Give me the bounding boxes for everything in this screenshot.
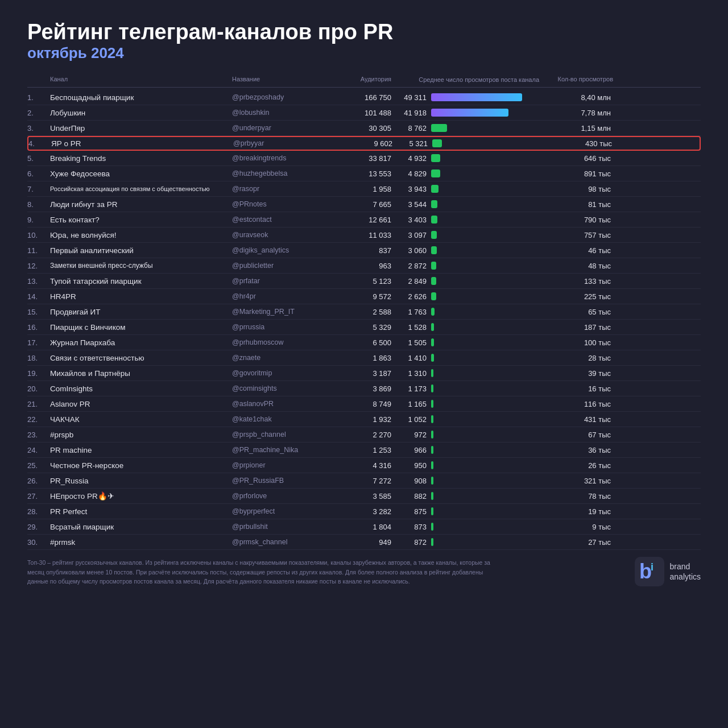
row-audience: 6 500	[334, 338, 391, 347]
row-audience: 7 272	[334, 477, 391, 485]
main-container: Рейтинг телеграм-каналов про PR октябрь …	[0, 0, 728, 602]
row-handle: @PR_RussiaFB	[232, 477, 334, 485]
row-handle: @PRnotes	[232, 200, 334, 208]
bar	[431, 507, 433, 515]
table-row: 11. Первый аналитический @digiks_analyti…	[27, 243, 701, 258]
row-avg-wrap: 2 626	[391, 292, 539, 301]
row-avg-num: 4 829	[396, 169, 427, 178]
table-row: 20. ComInsights @cominsights 3 869 1 173…	[27, 381, 701, 396]
row-views: 46 тыс	[539, 246, 613, 255]
row-avg-wrap: 1 310	[391, 369, 539, 378]
row-avg-num: 966	[396, 446, 427, 454]
table-row: 28. PR Perfect @byprperfect 3 282 875 19…	[27, 504, 701, 519]
row-audience: 11 033	[334, 231, 391, 239]
footer-text: Топ-30 – рейтинг русскоязычных каналов. …	[27, 558, 494, 586]
bar	[431, 384, 433, 392]
row-audience: 13 553	[334, 169, 391, 178]
row-name: НЕпросто PR🔥✈	[50, 491, 232, 500]
row-audience: 949	[334, 538, 391, 547]
row-avg-num: 873	[396, 523, 427, 531]
row-handle: @breakingtrends	[232, 154, 334, 162]
row-num: 17.	[27, 338, 50, 347]
row-name: Есть контакт?	[50, 216, 232, 224]
row-audience: 8 749	[334, 400, 391, 408]
row-views: 16 тыс	[539, 384, 613, 393]
bar-wrap	[431, 230, 539, 239]
table-row: 15. Продвигай ИТ @Marketing_PR_IT 2 588 …	[27, 304, 701, 320]
row-avg-wrap: 1 165	[391, 399, 539, 408]
row-handle: @prfatar	[232, 277, 334, 285]
table-row: 2. Лобушкин @lobushkin 101 488 41 918 7,…	[27, 105, 701, 121]
row-views: 225 тыс	[539, 292, 613, 301]
bar-wrap	[431, 307, 539, 316]
table-row: 5. Breaking Trends @breakingtrends 33 81…	[27, 151, 701, 166]
bar	[431, 415, 433, 423]
row-handle: @aslanovPR	[232, 400, 334, 408]
bar	[431, 246, 437, 254]
row-avg-wrap: 4 932	[391, 154, 539, 163]
row-name: #prmsk	[50, 538, 232, 547]
row-views: 67 тыс	[539, 431, 613, 439]
bar-wrap	[432, 139, 540, 148]
table-row: 8. Люди гибнут за PR @PRnotes 7 665 3 54…	[27, 197, 701, 212]
row-views: 7,78 млн	[539, 109, 613, 117]
row-name: Лобушкин	[50, 109, 232, 117]
row-num: 28.	[27, 507, 50, 516]
bar	[432, 139, 442, 147]
bar-wrap	[431, 384, 539, 393]
row-avg-wrap: 908	[391, 476, 539, 485]
row-avg-num: 3 403	[396, 216, 427, 224]
row-handle: @underpyar	[232, 124, 334, 132]
row-num: 29.	[27, 523, 50, 531]
row-handle: @cominsights	[232, 384, 334, 392]
row-name: ЯР о PR	[51, 139, 233, 148]
col-avg: Среднее число просмотров поста канала	[391, 76, 539, 84]
bar-wrap	[431, 507, 539, 516]
row-name: Хуже Федосеева	[50, 169, 232, 178]
bar	[431, 200, 437, 208]
row-avg-wrap: 3 060	[391, 246, 539, 255]
bar-wrap	[431, 476, 539, 485]
row-handle: @govoritmip	[232, 369, 334, 377]
row-audience: 3 282	[334, 507, 391, 516]
row-views: 431 тыс	[539, 415, 613, 424]
row-views: 81 тыс	[539, 200, 613, 209]
row-num: 5.	[27, 154, 50, 163]
bar-wrap	[431, 169, 539, 178]
row-num: 15.	[27, 308, 50, 316]
row-audience: 837	[334, 246, 391, 255]
row-num: 12.	[27, 262, 50, 270]
row-name: Связи с ответственностью	[50, 354, 232, 362]
row-audience: 9 602	[336, 139, 392, 148]
table-row: 4. ЯР о PR @prbyyar 9 602 5 321 430 тыс	[27, 136, 701, 151]
bar-wrap	[431, 430, 539, 439]
row-name: Продвигай ИТ	[50, 308, 232, 316]
row-avg-num: 49 311	[396, 93, 427, 102]
row-avg-wrap: 49 311	[391, 93, 539, 102]
row-avg-num: 5 321	[397, 139, 428, 148]
row-views: 98 тыс	[539, 185, 613, 193]
row-avg-num: 2 872	[396, 262, 427, 270]
row-num: 25.	[27, 461, 50, 470]
footer: Топ-30 – рейтинг русскоязычных каналов. …	[27, 557, 701, 586]
row-views: 1,15 млн	[539, 124, 613, 133]
row-num: 24.	[27, 446, 50, 454]
table-row: 25. Честное PR-нерское @prpioner 4 316 9…	[27, 458, 701, 473]
table-body: 1. Беспощадный пиарщик @prbezposhady 166…	[27, 90, 701, 550]
row-audience: 1 863	[334, 354, 391, 362]
bar-wrap	[431, 108, 539, 117]
row-num: 6.	[27, 169, 50, 178]
row-handle: @prrussia	[232, 323, 334, 331]
bar	[431, 400, 433, 408]
row-name: PR Perfect	[50, 507, 232, 516]
row-num: 4.	[28, 139, 51, 148]
table-row: 30. #prmsk @prmsk_channel 949 872 27 тыс	[27, 535, 701, 550]
row-avg-num: 8 762	[396, 124, 427, 133]
row-num: 20.	[27, 384, 50, 393]
row-views: 790 тыс	[539, 216, 613, 224]
row-name: #prspb	[50, 431, 232, 439]
bar	[431, 292, 436, 300]
row-name: ComInsights	[50, 384, 232, 393]
row-num: 23.	[27, 431, 50, 439]
row-num: 10.	[27, 231, 50, 239]
